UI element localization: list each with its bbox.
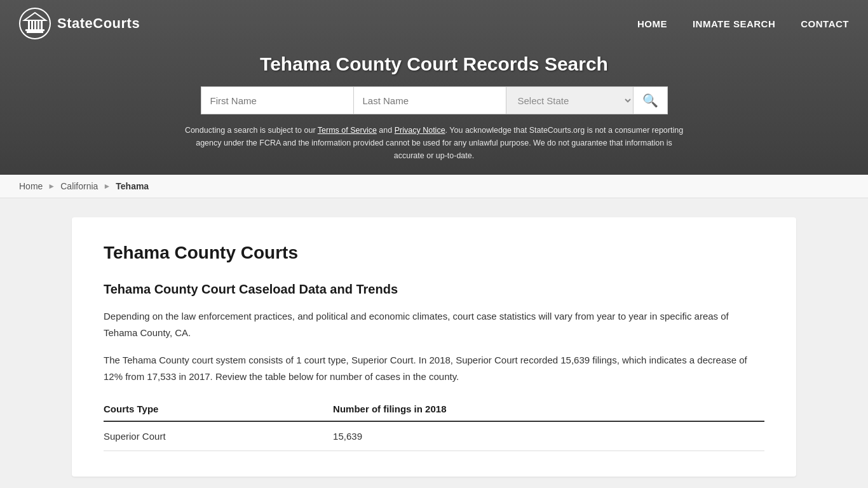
- search-icon: 🔍: [642, 93, 658, 108]
- cell-filings: 15,639: [308, 421, 764, 451]
- body-paragraph-1: Depending on the law enforcement practic…: [104, 308, 764, 341]
- disclaimer-text: Conducting a search is subject to our Te…: [180, 124, 688, 162]
- nav-home[interactable]: HOME: [637, 18, 667, 29]
- tos-link[interactable]: Terms of Service: [318, 126, 377, 135]
- svg-rect-9: [25, 20, 45, 21]
- svg-rect-2: [27, 31, 43, 33]
- main-content: Tehama County Courts Tehama County Court…: [53, 198, 815, 488]
- nav-contact[interactable]: CONTACT: [801, 18, 849, 29]
- site-header: StateCourts HOME INMATE SEARCH CONTACT T…: [0, 0, 868, 175]
- logo-link[interactable]: StateCourts: [19, 8, 140, 39]
- body-paragraph-2: The Tehama County court system consists …: [104, 352, 764, 384]
- svg-rect-7: [41, 20, 43, 29]
- svg-rect-3: [28, 20, 30, 29]
- svg-rect-1: [25, 29, 44, 31]
- search-button[interactable]: 🔍: [633, 86, 668, 114]
- nav-links: HOME INMATE SEARCH CONTACT: [637, 18, 849, 29]
- content-card: Tehama County Courts Tehama County Court…: [72, 217, 796, 477]
- search-bar: Select State 🔍: [13, 86, 855, 114]
- nav-bar: StateCourts HOME INMATE SEARCH CONTACT: [0, 0, 868, 47]
- cell-court-type: Superior Court: [104, 421, 308, 451]
- svg-rect-6: [37, 20, 39, 29]
- search-section: Tehama County Court Records Search Selec…: [0, 47, 868, 175]
- state-select[interactable]: Select State: [506, 86, 633, 114]
- table-row: Superior Court 15,639: [104, 421, 764, 451]
- col-header-courts-type: Courts Type: [104, 397, 308, 421]
- breadcrumb-state[interactable]: California: [60, 181, 98, 191]
- privacy-link[interactable]: Privacy Notice: [395, 126, 445, 135]
- section-title: Tehama County Court Caseload Data and Tr…: [104, 282, 764, 297]
- logo-icon: [19, 8, 51, 39]
- page-title: Tehama County Courts: [104, 243, 764, 263]
- col-header-filings: Number of filings in 2018: [308, 397, 764, 421]
- breadcrumb-sep-2: ►: [103, 182, 111, 191]
- svg-rect-5: [34, 20, 36, 29]
- table-header-row: Courts Type Number of filings in 2018: [104, 397, 764, 421]
- nav-inmate-search[interactable]: INMATE SEARCH: [693, 18, 775, 29]
- logo-text: StateCourts: [57, 15, 140, 32]
- breadcrumb-county: Tehama: [116, 181, 149, 191]
- svg-marker-8: [24, 13, 46, 20]
- caseload-table: Courts Type Number of filings in 2018 Su…: [104, 397, 764, 451]
- first-name-input[interactable]: [201, 86, 353, 114]
- breadcrumb: Home ► California ► Tehama: [0, 175, 868, 198]
- search-title: Tehama County Court Records Search: [13, 53, 855, 75]
- svg-rect-4: [31, 20, 33, 29]
- breadcrumb-sep-1: ►: [48, 182, 55, 191]
- breadcrumb-home[interactable]: Home: [19, 181, 43, 191]
- last-name-input[interactable]: [353, 86, 506, 114]
